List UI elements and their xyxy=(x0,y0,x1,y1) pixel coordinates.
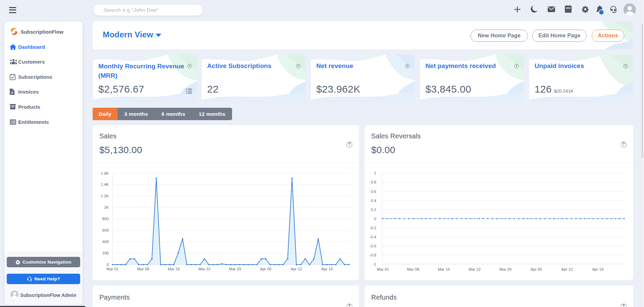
svg-text:Apr 19: Apr 19 xyxy=(321,267,333,271)
svg-text:0.8: 0.8 xyxy=(371,180,376,184)
svg-text:Mar 15: Mar 15 xyxy=(168,267,180,271)
svg-text:800: 800 xyxy=(102,217,109,221)
svg-text:Apr 12: Apr 12 xyxy=(561,267,573,271)
svg-text:Apr 05: Apr 05 xyxy=(530,267,542,271)
svg-text:Mar 08: Mar 08 xyxy=(407,267,419,271)
svg-text:0: 0 xyxy=(374,217,376,221)
svg-text:1.2K: 1.2K xyxy=(101,194,109,198)
svg-text:0.6: 0.6 xyxy=(371,190,376,194)
svg-text:Mar 22: Mar 22 xyxy=(198,267,211,271)
svg-text:Mar 29: Mar 29 xyxy=(500,267,512,271)
svg-text:1.4K: 1.4K xyxy=(101,182,109,186)
svg-text:0: 0 xyxy=(107,263,109,267)
svg-text:Mar 15: Mar 15 xyxy=(438,267,450,271)
svg-text:-0.8: -0.8 xyxy=(369,253,376,257)
svg-text:Apr 12: Apr 12 xyxy=(291,267,302,271)
svg-text:-0.2: -0.2 xyxy=(369,226,376,230)
svg-text:Mar 22: Mar 22 xyxy=(469,267,481,271)
svg-text:1: 1 xyxy=(374,171,376,175)
svg-text:Mar 08: Mar 08 xyxy=(137,267,149,271)
svg-text:Mar 29: Mar 29 xyxy=(229,267,241,271)
svg-text:1.6K: 1.6K xyxy=(101,171,109,175)
svg-text:Mar 01: Mar 01 xyxy=(106,267,119,271)
svg-text:Apr 05: Apr 05 xyxy=(260,267,271,271)
svg-text:200: 200 xyxy=(102,251,109,255)
svg-text:-0.6: -0.6 xyxy=(369,244,376,248)
svg-text:-0.4: -0.4 xyxy=(369,235,376,239)
svg-text:Mar 01: Mar 01 xyxy=(377,267,389,271)
svg-text:600: 600 xyxy=(102,228,109,232)
svg-text:1K: 1K xyxy=(104,205,109,209)
svg-text:Apr 19: Apr 19 xyxy=(592,267,604,271)
svg-text:-1: -1 xyxy=(373,262,376,266)
svg-text:0.2: 0.2 xyxy=(371,208,376,212)
svg-text:$: $ xyxy=(11,91,13,94)
svg-text:400: 400 xyxy=(102,240,109,244)
svg-text:0.4: 0.4 xyxy=(371,199,377,203)
